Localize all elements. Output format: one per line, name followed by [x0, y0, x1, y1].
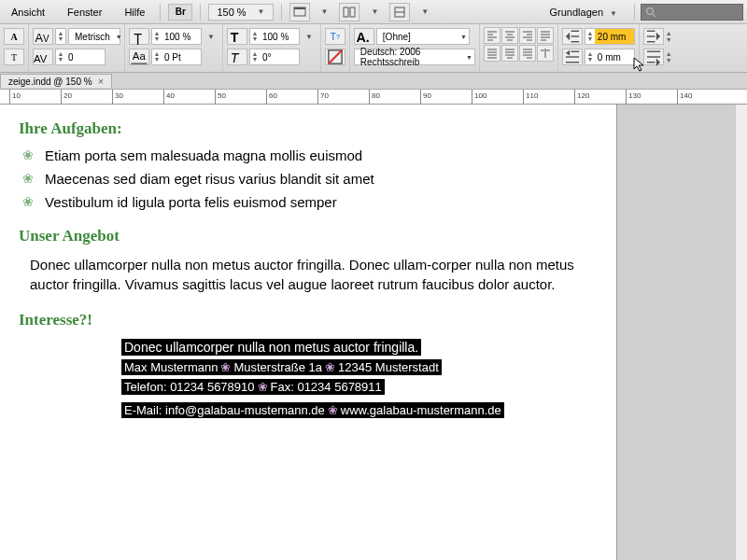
control-panel: A T AV ▲▼ Metrisch▼ AV ▲▼ T ▲▼▼ Aa ▲▼ T … — [0, 24, 747, 73]
separator — [281, 4, 282, 21]
tracking-icon[interactable]: AV — [33, 49, 53, 65]
contact-line: Max Mustermann❀Musterstraße 1a❀12345 Mus… — [121, 359, 442, 375]
search-input[interactable] — [641, 4, 743, 21]
align-justify-button[interactable] — [537, 27, 554, 44]
list-item: Vestibulum id ligula porta felis euismod… — [45, 194, 598, 210]
bridge-button[interactable]: Br — [168, 4, 192, 21]
hscale-field[interactable]: ▲▼ — [249, 28, 300, 45]
contact-block: Donec ullamcorper nulla non metus auctor… — [19, 339, 598, 422]
document-page[interactable]: Ihre Aufgaben: Etiam porta sem malesuada… — [0, 105, 616, 560]
align-left-button[interactable] — [484, 27, 500, 44]
skew-field[interactable]: ▲▼ — [249, 49, 300, 65]
baseline-field[interactable]: ▲▼ — [151, 49, 202, 65]
para-mode-button[interactable]: T — [4, 49, 24, 65]
justify-center-button[interactable] — [501, 45, 518, 62]
document-tab[interactable]: zeige.indd @ 150 %× — [0, 74, 112, 88]
pasteboard — [616, 105, 747, 560]
first-line-indent-icon[interactable] — [562, 49, 583, 65]
kerning-field[interactable]: ▲▼ — [55, 28, 66, 45]
bullet-list: Etiam porta sem malesuada magna mollis e… — [19, 147, 598, 210]
workspace: Ihre Aufgaben: Etiam porta sem malesuada… — [0, 105, 747, 560]
paragraph-align-group — [484, 27, 554, 62]
language-dropdown[interactable]: Deutsch: 2006 Rechtsschreib▼ — [354, 49, 475, 65]
fill-color-icon[interactable]: A. — [354, 28, 374, 45]
vscale-field[interactable]: ▲▼ — [151, 28, 202, 45]
document-tab-bar: zeige.indd @ 150 %× — [0, 73, 747, 90]
tracking-field[interactable]: ▲▼ — [55, 49, 106, 65]
align-right-button[interactable] — [519, 27, 536, 44]
screen-mode-icon[interactable] — [289, 3, 310, 21]
svg-line-7 — [653, 14, 655, 17]
close-tab-icon[interactable]: × — [98, 76, 104, 87]
dropdown-arrow-icon[interactable]: ▼ — [317, 7, 332, 16]
no-break-icon[interactable] — [325, 49, 345, 65]
menu-view[interactable]: Ansicht — [4, 3, 52, 21]
left-indent-icon[interactable] — [562, 28, 583, 45]
vertical-scrollbar[interactable] — [735, 105, 747, 560]
vscale-icon[interactable]: T — [129, 28, 149, 45]
arrange-icon[interactable] — [339, 3, 359, 21]
heading: Unser Angebot — [19, 227, 598, 245]
kerning-dropdown[interactable]: Metrisch▼ — [68, 28, 120, 45]
list-item: Etiam porta sem malesuada magna mollis e… — [45, 147, 598, 163]
zoom-level[interactable]: 150 %▼ — [208, 4, 273, 21]
justify-right-button[interactable] — [519, 45, 536, 62]
contact-line: E-Mail: info@galabau-mustemann.de❀www.ga… — [121, 402, 504, 418]
workspace-switcher[interactable]: Grundlagen ▼ — [543, 3, 628, 21]
svg-rect-2 — [344, 7, 348, 17]
left-indent-field[interactable]: ▲▼ — [585, 28, 635, 45]
menu-help[interactable]: Hilfe — [117, 3, 152, 21]
right-indent-icon[interactable] — [643, 28, 664, 45]
svg-text:T: T — [134, 31, 142, 46]
separator — [160, 4, 161, 21]
kerning-icon[interactable]: AV — [33, 28, 53, 45]
contact-line: Donec ullamcorper nulla non metus auctor… — [121, 339, 421, 356]
svg-line-17 — [329, 50, 342, 63]
contact-line: Telefon: 01234 5678910❀Fax: 01234 567891… — [121, 379, 385, 395]
svg-text:A.: A. — [356, 30, 369, 45]
body-paragraph: Donec ullamcorper nulla non metus auctor… — [19, 255, 598, 294]
help-icon[interactable]: T? — [325, 28, 345, 45]
svg-text:T: T — [231, 30, 239, 45]
svg-text:Aa: Aa — [133, 50, 147, 62]
svg-text:T: T — [231, 50, 240, 65]
dropdown-arrow-icon[interactable]: ▼ — [417, 7, 432, 16]
char-style-dropdown[interactable]: [Ohne]▼ — [376, 28, 470, 45]
last-line-indent-icon[interactable] — [643, 49, 664, 65]
justify-left-button[interactable] — [484, 45, 500, 62]
svg-rect-3 — [350, 7, 355, 17]
align-spine-button[interactable] — [537, 45, 554, 62]
svg-text:V: V — [43, 34, 49, 44]
svg-point-6 — [647, 7, 654, 14]
separator — [200, 4, 201, 21]
list-item: Maecenas sed diam eget risus varius blan… — [45, 171, 598, 187]
dropdown-arrow-icon[interactable]: ▼ — [367, 7, 382, 16]
align-center-button[interactable] — [501, 27, 518, 44]
baseline-icon[interactable]: Aa — [129, 49, 149, 65]
horizontal-ruler[interactable]: 102030405060708090100110120130140 — [0, 90, 747, 105]
menu-bar: Ansicht Fenster Hilfe Br 150 %▼ ▼ ▼ ▼ Gr… — [0, 0, 747, 24]
menu-window[interactable]: Fenster — [60, 3, 109, 21]
svg-rect-1 — [294, 7, 305, 9]
skew-icon[interactable]: T — [227, 49, 247, 65]
heading: Ihre Aufgaben: — [19, 119, 598, 138]
char-mode-button[interactable]: A — [4, 28, 24, 45]
heading: Interesse?! — [19, 311, 598, 329]
svg-text:AV: AV — [34, 53, 48, 64]
hscale-icon[interactable]: T — [227, 28, 247, 45]
first-line-indent-field[interactable]: ▲▼ — [585, 49, 635, 65]
view-options-icon[interactable] — [389, 3, 410, 21]
separator — [634, 4, 635, 21]
